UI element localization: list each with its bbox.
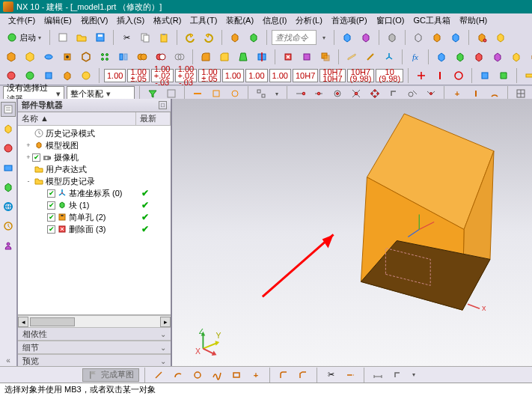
revolve-icon[interactable] bbox=[40, 49, 57, 65]
mirror-icon[interactable] bbox=[115, 49, 132, 65]
redo-icon[interactable] bbox=[201, 29, 217, 46]
b6-icon[interactable] bbox=[527, 49, 532, 65]
menu-item[interactable]: 帮助(H) bbox=[456, 14, 491, 27]
t3-2-icon[interactable] bbox=[432, 67, 448, 84]
section-细节[interactable]: 细节⌄ bbox=[18, 341, 171, 354]
dim-style-button[interactable]: 1.00 bbox=[269, 69, 291, 82]
shell-icon[interactable] bbox=[78, 49, 94, 65]
cube-5-icon[interactable] bbox=[447, 29, 464, 46]
navigator-tree[interactable]: 历史记录模式+模型视图+✔摄像机 用户表达式-模型历史记录 ✔基准坐标系 (0)… bbox=[18, 126, 171, 315]
cube-7-icon[interactable] bbox=[492, 29, 509, 46]
scroll-left-icon[interactable]: ◂ bbox=[18, 317, 28, 327]
tree-checkbox[interactable]: ✔ bbox=[47, 225, 55, 234]
copy-icon[interactable] bbox=[137, 29, 153, 46]
view-cube-icon[interactable] bbox=[339, 29, 355, 46]
scroll-right-icon[interactable]: ▸ bbox=[160, 317, 171, 327]
cube-3-icon[interactable] bbox=[410, 29, 426, 46]
sk-trim-icon[interactable]: ✂ bbox=[322, 367, 339, 383]
shade-icon[interactable] bbox=[384, 29, 400, 46]
menu-item[interactable]: 插入(S) bbox=[113, 14, 148, 27]
tree-row[interactable]: +模型视图 bbox=[18, 139, 171, 151]
section-相依性[interactable]: 相依性⌄ bbox=[18, 327, 171, 341]
menu-item[interactable]: GC工具箱 bbox=[409, 14, 454, 27]
scrollbar-horizontal[interactable]: ◂ ▸ bbox=[18, 315, 171, 327]
move-face-icon[interactable] bbox=[299, 49, 315, 65]
tree-row[interactable]: ✔块 (1)✔ bbox=[18, 199, 171, 211]
intersect-icon[interactable] bbox=[171, 49, 188, 65]
t3-1-icon[interactable] bbox=[413, 67, 429, 84]
tab-reuse-library[interactable] bbox=[1, 160, 16, 175]
tab-browser[interactable] bbox=[1, 199, 16, 214]
undo-icon[interactable] bbox=[182, 29, 198, 46]
draft-icon[interactable] bbox=[235, 49, 251, 65]
dim-style-button[interactable]: 10H7 bbox=[293, 69, 318, 82]
cube-tool-icon[interactable] bbox=[227, 29, 243, 46]
launch-button[interactable]: 启动 ▾ bbox=[3, 29, 45, 46]
dim-style-button[interactable]: 1.00±.05 bbox=[127, 69, 149, 82]
t3-6-icon[interactable] bbox=[522, 67, 532, 84]
dim-c-icon[interactable] bbox=[40, 67, 57, 84]
t3-3-icon[interactable] bbox=[450, 67, 467, 84]
datum-plane-icon[interactable] bbox=[343, 49, 360, 65]
dim-style-button[interactable]: 1.00+.02-.03 bbox=[175, 69, 198, 82]
dim-style-button[interactable]: 1.00+.02-.03 bbox=[151, 69, 174, 82]
cube-tool-2-icon[interactable] bbox=[245, 29, 262, 46]
sk-spline-icon[interactable] bbox=[209, 367, 225, 383]
dim-style-button[interactable]: 1.00±.05 bbox=[198, 69, 220, 82]
dim-d-icon[interactable] bbox=[59, 67, 76, 84]
dim-b-icon[interactable] bbox=[22, 67, 38, 84]
sk-circle-icon[interactable] bbox=[189, 367, 206, 383]
t3-4-icon[interactable] bbox=[477, 67, 493, 84]
sk-dim-icon[interactable] bbox=[370, 367, 386, 383]
tab-collapse-icon[interactable]: « bbox=[1, 353, 16, 368]
expr-icon[interactable]: fx bbox=[407, 49, 424, 65]
sk-arc-icon[interactable] bbox=[170, 367, 186, 383]
dim-style-button[interactable]: 1.00 bbox=[245, 69, 267, 82]
sk-point-icon[interactable]: + bbox=[248, 367, 264, 383]
save-icon[interactable] bbox=[92, 29, 108, 46]
b3-icon[interactable] bbox=[471, 49, 487, 65]
tree-toggle-icon[interactable]: + bbox=[25, 141, 32, 149]
hole-icon[interactable] bbox=[59, 49, 76, 65]
sk-line-icon[interactable] bbox=[150, 367, 167, 383]
dim-style-button[interactable]: 10(9.98) bbox=[376, 69, 403, 82]
dim-e-icon[interactable] bbox=[78, 67, 94, 84]
tree-checkbox[interactable]: ✔ bbox=[47, 189, 55, 198]
tree-checkbox[interactable]: ✔ bbox=[47, 201, 55, 210]
dim-style-button[interactable]: 10H710H7 bbox=[319, 69, 345, 82]
tree-row[interactable]: 用户表达式 bbox=[18, 163, 171, 175]
menu-item[interactable]: 工具(T) bbox=[186, 14, 221, 27]
tree-toggle-icon[interactable] bbox=[40, 189, 47, 197]
offset-face-icon[interactable] bbox=[317, 49, 334, 65]
tree-toggle-icon[interactable] bbox=[25, 165, 32, 173]
chamfer-icon[interactable] bbox=[216, 49, 233, 65]
t3-5-icon[interactable] bbox=[495, 67, 512, 84]
tree-row[interactable]: 历史记录模式 bbox=[18, 127, 171, 139]
tree-toggle-icon[interactable]: + bbox=[25, 153, 32, 161]
box-1-icon[interactable] bbox=[3, 49, 19, 65]
dim-a-icon[interactable] bbox=[3, 67, 19, 84]
tab-history[interactable] bbox=[1, 219, 16, 234]
tree-checkbox[interactable]: ✔ bbox=[47, 213, 55, 222]
datum-axis-icon[interactable] bbox=[362, 49, 379, 65]
tree-toggle-icon[interactable]: - bbox=[25, 177, 32, 185]
paste-icon[interactable] bbox=[156, 29, 172, 46]
pattern-icon[interactable] bbox=[97, 49, 113, 65]
menu-item[interactable]: 视图(V) bbox=[77, 14, 112, 27]
navigator-undock-icon[interactable]: □ bbox=[159, 101, 167, 109]
view-triad-icon[interactable]: Z Y X bbox=[195, 329, 223, 357]
new-icon[interactable] bbox=[55, 29, 71, 46]
b1-icon[interactable] bbox=[433, 49, 450, 65]
menu-item[interactable]: 窗口(O) bbox=[373, 14, 409, 27]
sk-rect-icon[interactable] bbox=[228, 367, 245, 383]
trim-icon[interactable] bbox=[254, 49, 270, 65]
view-tri-icon[interactable] bbox=[358, 29, 374, 46]
scroll-thumb[interactable] bbox=[30, 317, 75, 326]
cut-icon[interactable]: ✂ bbox=[118, 29, 135, 46]
tab-roles[interactable] bbox=[1, 238, 16, 253]
menu-item[interactable]: 编辑(E) bbox=[40, 14, 76, 27]
column-latest[interactable]: 最新 bbox=[136, 112, 171, 125]
extrude-icon[interactable] bbox=[22, 49, 38, 65]
tree-row[interactable]: ✔简单孔 (2)✔ bbox=[18, 211, 171, 223]
b2-icon[interactable] bbox=[452, 49, 468, 65]
